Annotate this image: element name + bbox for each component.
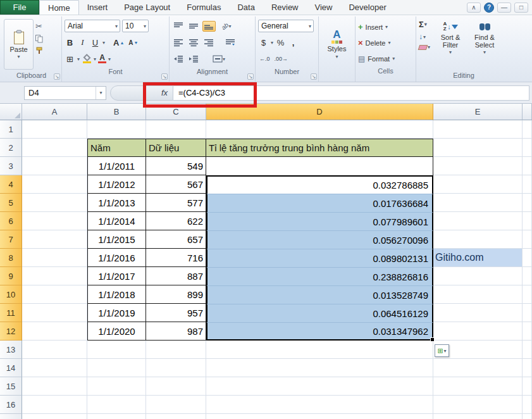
cell-C13[interactable] [146, 341, 206, 359]
row-header-9[interactable]: 9 [0, 267, 22, 285]
cell-C14[interactable] [146, 359, 206, 377]
cell-A16[interactable] [22, 396, 87, 414]
cell-C8[interactable]: 716 [146, 249, 206, 267]
cell-B6[interactable]: 1/1/2014 [87, 212, 146, 230]
column-header-e[interactable]: E [433, 104, 523, 120]
cut-icon[interactable]: ✂ [35, 22, 43, 31]
cell-C5[interactable]: 577 [146, 194, 206, 212]
cell-A8[interactable] [22, 249, 87, 267]
row-header-6[interactable]: 6 [0, 212, 22, 230]
cell-D13[interactable] [206, 341, 433, 359]
align-left-button[interactable] [172, 37, 185, 48]
number-dialog-launcher[interactable]: ↘ [311, 73, 317, 80]
cell-E15[interactable] [433, 377, 523, 396]
column-header-c[interactable]: C [146, 104, 206, 120]
percent-button[interactable]: % [275, 37, 286, 49]
cell-E17[interactable] [433, 414, 523, 419]
row-header-2[interactable]: 2 [0, 139, 22, 157]
row-header-15[interactable]: 15 [0, 377, 22, 396]
cell-B8[interactable]: 1/1/2016 [87, 249, 146, 267]
cell-C12[interactable]: 987 [146, 322, 206, 341]
row-header-8[interactable]: 8 [0, 249, 22, 267]
grow-font-button[interactable]: A▲ [112, 37, 125, 49]
cell-F7[interactable] [523, 230, 532, 249]
cell-E12[interactable] [433, 322, 523, 341]
cell-D11[interactable]: 0.064516129 [206, 304, 433, 322]
cell-A15[interactable] [22, 377, 87, 396]
shrink-font-button[interactable]: A▼ [127, 37, 139, 49]
cell-B2[interactable]: Năm [87, 139, 146, 157]
cell-A13[interactable] [22, 341, 87, 359]
column-header-b[interactable]: B [87, 104, 146, 120]
underline-button[interactable]: U [90, 37, 101, 49]
insert-cells-button[interactable]: + Insert ▾ [358, 19, 413, 35]
font-dialog-launcher[interactable]: ↘ [161, 73, 168, 80]
cell-E2[interactable] [433, 139, 523, 157]
cell-B3[interactable]: 1/1/2011 [87, 157, 146, 175]
tab-page-layout[interactable]: Page Layout [116, 0, 178, 15]
paste-button[interactable]: Paste ▾ [4, 19, 34, 70]
cell-B13[interactable] [87, 341, 146, 359]
font-color-button[interactable]: A [98, 54, 106, 63]
bold-button[interactable]: B [65, 37, 75, 49]
cell-E11[interactable] [433, 304, 523, 322]
row-header-7[interactable]: 7 [0, 230, 22, 249]
cell-A7[interactable] [22, 230, 87, 249]
cell-C10[interactable]: 899 [146, 285, 206, 304]
collapse-ribbon-icon[interactable]: ∧ [467, 3, 481, 13]
cell-E10[interactable] [433, 285, 523, 304]
row-header-4[interactable]: 4 [0, 175, 22, 194]
cell-C16[interactable] [146, 396, 206, 414]
cell-A2[interactable] [22, 139, 87, 157]
tab-developer[interactable]: Developer [340, 0, 394, 15]
autosum-button[interactable]: Σ ▾ [419, 20, 430, 29]
cell-D10[interactable]: 0.013528749 [206, 285, 433, 304]
cell-A17[interactable] [22, 414, 87, 419]
wrap-text-button[interactable] [224, 37, 237, 48]
format-cells-button[interactable]: ▤ Format ▾ [358, 51, 413, 66]
formula-input[interactable]: =(C4-C3)/C3 [173, 85, 529, 101]
increase-indent-button[interactable] [187, 54, 201, 65]
cell-D6[interactable]: 0.077989601 [206, 212, 433, 230]
cell-D3[interactable] [206, 157, 433, 175]
clipboard-dialog-launcher[interactable]: ↘ [54, 73, 60, 80]
decrease-decimal-button[interactable]: .00→ [273, 53, 290, 65]
cell-E4[interactable] [433, 175, 523, 194]
cell-E6[interactable] [433, 212, 523, 230]
cell-C4[interactable]: 567 [146, 175, 206, 194]
fill-handle[interactable] [430, 337, 435, 342]
tab-review[interactable]: Review [263, 0, 307, 15]
find-select-button[interactable]: Find & Select ▾ [468, 18, 501, 71]
cell-B15[interactable] [87, 377, 146, 396]
row-header-11[interactable]: 11 [0, 304, 22, 322]
cell-F2[interactable] [523, 139, 532, 157]
cell-B4[interactable]: 1/1/2012 [87, 175, 146, 194]
cell-F4[interactable] [523, 175, 532, 194]
minimize-icon[interactable]: — [497, 3, 511, 13]
cell-C2[interactable]: Dữ liệu [146, 139, 206, 157]
cell-D17[interactable] [206, 414, 433, 419]
fill-button[interactable]: ↓ ▾ [419, 32, 430, 41]
tab-home[interactable]: Home [39, 0, 79, 15]
cell-F17[interactable] [523, 414, 532, 419]
cell-B10[interactable]: 1/1/2018 [87, 285, 146, 304]
cell-F14[interactable] [523, 359, 532, 377]
cell-F11[interactable] [523, 304, 532, 322]
cell-E14[interactable] [433, 359, 523, 377]
row-header-10[interactable]: 10 [0, 285, 22, 304]
maximize-icon[interactable]: □ [514, 3, 528, 13]
cell-E8[interactable]: Gitiho.com [433, 249, 523, 267]
merge-center-button[interactable]: ▾ [209, 54, 229, 65]
cell-A6[interactable] [22, 212, 87, 230]
format-painter-icon[interactable] [35, 47, 43, 54]
cell-D15[interactable] [206, 377, 433, 396]
sort-filter-button[interactable]: AZ ↓ Sort & Filter ▾ [433, 18, 468, 71]
row-header-14[interactable]: 14 [0, 359, 22, 377]
top-align-button[interactable] [172, 21, 185, 32]
tab-formulas[interactable]: Formulas [178, 0, 229, 15]
cell-C9[interactable]: 887 [146, 267, 206, 285]
delete-cells-button[interactable]: × Delete ▾ [358, 35, 413, 51]
cell-D16[interactable] [206, 396, 433, 414]
cell-D14[interactable] [206, 359, 433, 377]
cell-D9[interactable]: 0.238826816 [206, 267, 433, 285]
